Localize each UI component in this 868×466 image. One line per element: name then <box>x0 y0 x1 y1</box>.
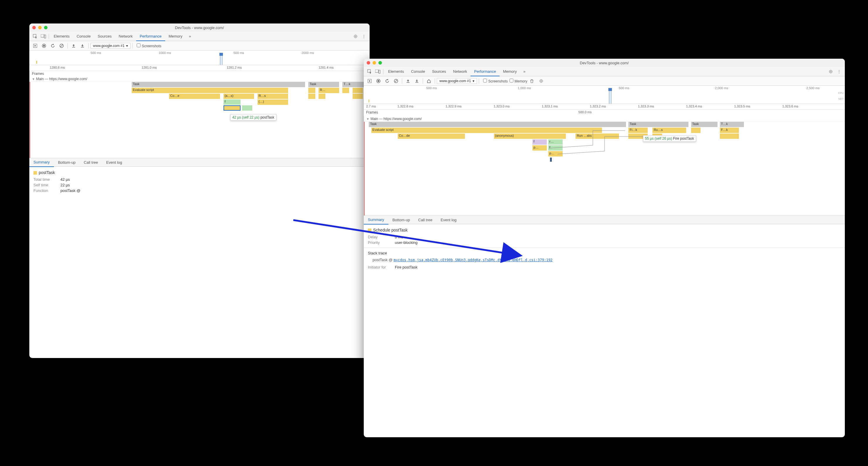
gear-icon[interactable] <box>827 67 835 76</box>
more-tabs-icon[interactable]: » <box>186 32 194 40</box>
flame-r[interactable]: r… <box>548 139 563 145</box>
tab-console[interactable]: Console <box>73 32 94 41</box>
tab-bottom-up[interactable]: Bottom-up <box>389 215 414 224</box>
tab-summary[interactable]: Summary <box>29 158 54 167</box>
flame-block[interactable] <box>308 94 315 99</box>
reload-icon[interactable] <box>383 77 391 85</box>
record-icon[interactable] <box>40 42 48 50</box>
recording-select[interactable]: www.google.com #1 ▾ <box>437 78 477 84</box>
flame-task[interactable]: T…k <box>720 122 744 127</box>
flame-anon[interactable]: (a…s) <box>223 94 254 99</box>
flame-fire[interactable]: Fi…k <box>628 128 648 133</box>
tab-elements[interactable]: Elements <box>50 32 73 41</box>
device-icon[interactable] <box>39 32 48 40</box>
flame-block[interactable] <box>342 88 349 93</box>
gear-icon[interactable] <box>351 32 360 40</box>
tab-call-tree[interactable]: Call tree <box>80 158 102 167</box>
main-row[interactable]: ▼Main — https://www.google.com/ <box>30 76 370 82</box>
flame-p1[interactable]: p… <box>532 145 547 150</box>
memory-checkbox[interactable]: Memory <box>509 79 527 83</box>
minimize-icon[interactable] <box>373 61 376 64</box>
reload-icon[interactable] <box>49 42 57 50</box>
overview-viewport[interactable] <box>220 55 222 65</box>
close-icon[interactable] <box>367 61 370 64</box>
overview[interactable]: 500 ms 1,000 ms 500 ms 2,000 ms 2,500 ms… <box>364 86 845 104</box>
inspect-icon[interactable] <box>31 32 39 40</box>
download-icon[interactable] <box>78 42 87 50</box>
home-icon[interactable] <box>425 77 433 85</box>
screenshots-checkbox[interactable]: Screenshots <box>483 79 508 83</box>
flame-paren[interactable]: (…) <box>257 99 288 105</box>
flame-task[interactable]: Task <box>628 122 688 127</box>
tab-bottom-up[interactable]: Bottom-up <box>54 158 80 167</box>
screenshots-checkbox[interactable]: Screenshots <box>137 43 161 48</box>
flame-block[interactable] <box>720 134 739 139</box>
tab-performance[interactable]: Performance <box>136 32 165 41</box>
upload-icon[interactable] <box>69 42 78 50</box>
recording-select[interactable]: www.google.com #1 ▾ <box>90 43 130 49</box>
tab-memory[interactable]: Memory <box>500 67 520 76</box>
flame-block[interactable] <box>691 128 701 133</box>
flame-task[interactable]: Task <box>308 82 339 87</box>
tab-network[interactable]: Network <box>450 67 471 76</box>
flame-compile[interactable]: Co…e <box>169 94 220 99</box>
tab-summary[interactable]: Summary <box>364 216 389 225</box>
tab-event-log[interactable]: Event log <box>436 215 461 224</box>
flame-p2[interactable]: p… <box>548 151 563 156</box>
tab-network[interactable]: Network <box>115 32 136 41</box>
flame-evaluate-script[interactable]: Evaluate script <box>371 128 602 133</box>
flame-block[interactable] <box>352 94 363 99</box>
record-icon[interactable] <box>374 77 382 85</box>
flame-task[interactable]: T…k <box>342 82 366 87</box>
flame-runs[interactable]: Ru…s <box>652 128 686 133</box>
flame-chart[interactable]: Task Task Task T…k Evaluate script Fi…k … <box>364 121 845 215</box>
overview[interactable]: 500 ms 1000 ms 500 ms 2000 ms <box>29 51 370 65</box>
gear-icon[interactable] <box>537 77 545 85</box>
more-tabs-icon[interactable]: » <box>520 67 529 76</box>
frames-row[interactable]: Frames <box>30 71 370 76</box>
flame-fk[interactable]: F…k <box>720 128 739 133</box>
clear-icon[interactable] <box>58 42 66 50</box>
tab-elements[interactable]: Elements <box>384 67 407 76</box>
tab-memory[interactable]: Memory <box>165 32 186 41</box>
flame-selected[interactable] <box>223 105 241 111</box>
download-icon[interactable] <box>413 77 421 85</box>
tab-sources[interactable]: Sources <box>94 32 115 41</box>
flame-f2[interactable]: f <box>548 145 563 150</box>
flame-f1[interactable]: f <box>532 139 547 145</box>
flame-marker[interactable] <box>550 157 552 162</box>
flame-task[interactable]: Task <box>132 82 305 87</box>
flame-block[interactable] <box>308 88 315 93</box>
kebab-icon[interactable]: ⋮ <box>360 32 368 40</box>
tab-performance[interactable]: Performance <box>470 67 499 76</box>
close-icon[interactable] <box>32 26 36 29</box>
inspect-icon[interactable] <box>366 67 374 76</box>
flame-chart[interactable]: Task Task T…k Evaluate script R… Co…e (a… <box>30 82 370 158</box>
flame-f[interactable]: f <box>223 99 241 105</box>
clear-icon[interactable] <box>392 77 400 85</box>
toggle-drawer-icon[interactable] <box>366 77 374 85</box>
flame-run[interactable]: Run …sks <box>576 134 619 139</box>
frames-label[interactable]: Frames <box>366 110 378 114</box>
flame-anon[interactable]: (anonymous) <box>494 134 566 139</box>
flame-task[interactable]: Task <box>691 122 717 127</box>
flame-compile[interactable]: Co…de <box>398 134 465 139</box>
maximize-icon[interactable] <box>378 61 382 64</box>
flame-block[interactable]: R… <box>318 88 339 93</box>
trash-icon[interactable] <box>528 77 536 85</box>
flame-evaluate-script[interactable]: Evaluate script <box>132 88 288 93</box>
flame-block[interactable] <box>318 94 325 99</box>
main-row[interactable]: ▼Main — https://www.google.com/ <box>364 116 845 121</box>
flame-block[interactable] <box>242 105 252 111</box>
tab-call-tree[interactable]: Call tree <box>414 215 436 224</box>
toggle-drawer-icon[interactable] <box>31 42 39 50</box>
kebab-icon[interactable]: ⋮ <box>835 67 843 76</box>
tab-console[interactable]: Console <box>407 67 429 76</box>
overview-viewport[interactable] <box>609 90 611 104</box>
tab-sources[interactable]: Sources <box>429 67 450 76</box>
flame-block[interactable] <box>352 88 363 93</box>
flame-task[interactable]: Task <box>369 122 626 127</box>
stack-link[interactable]: m=cdos,hsm,jsa,mb4ZUb,cEt90b,SNUn3,qddgK… <box>394 258 553 262</box>
minimize-icon[interactable] <box>38 26 42 29</box>
device-icon[interactable] <box>374 67 382 76</box>
